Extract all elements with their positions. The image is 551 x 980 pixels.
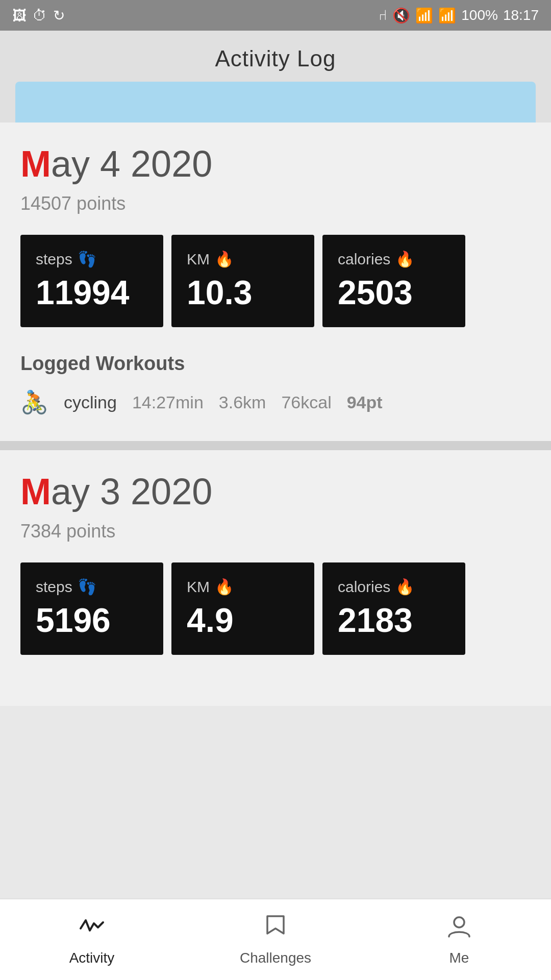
workout-kcal: 76kcal	[281, 393, 331, 412]
day1-km-label: KM 🔥	[187, 250, 299, 268]
nav-item-challenges[interactable]: Challenges	[184, 913, 367, 966]
day1-logged-workouts-title: Logged Workouts	[20, 353, 531, 375]
page-title: Activity Log	[0, 46, 551, 82]
day2-calories-label: calories 🔥	[338, 578, 450, 596]
day2-section: May 3 2020 7384 points steps 👣 5196 KM 🔥…	[0, 450, 551, 706]
day1-points: 14507 points	[20, 193, 531, 214]
day1-steps-value: 11994	[36, 273, 148, 312]
me-icon	[446, 913, 472, 946]
steps-icon: 👣	[78, 250, 96, 268]
day2-steps-text: steps	[36, 578, 72, 596]
day2-steps-icon: 👣	[78, 578, 96, 596]
day2-title: May 3 2020	[20, 471, 531, 512]
mute-icon: 🔇	[392, 7, 410, 24]
steps-text: steps	[36, 251, 72, 268]
refresh-icon: ↻	[53, 7, 65, 24]
day1-km-card[interactable]: KM 🔥 10.3	[171, 235, 314, 327]
day1-steps-card[interactable]: steps 👣 11994	[20, 235, 163, 327]
nav-label-challenges: Challenges	[240, 950, 311, 966]
day2-steps-card[interactable]: steps 👣 5196	[20, 562, 163, 655]
day2-first-letter: M	[20, 471, 51, 512]
calories-icon: 🔥	[395, 250, 414, 268]
day1-workout-row[interactable]: 🚴 cycling 14:27min 3.6km 76kcal 94pt	[20, 389, 531, 415]
battery-text: 100%	[461, 7, 498, 23]
header-blue-bar	[15, 82, 536, 122]
day2-date-rest: ay 3 2020	[51, 471, 212, 512]
day1-km-value: 10.3	[187, 273, 299, 312]
day2-calories-card[interactable]: calories 🔥 2183	[322, 562, 465, 655]
status-bar: 🖼 ⏱ ↻ ⑁ 🔇 📶 📶 100% 18:17	[0, 0, 551, 31]
app-header: Activity Log	[0, 31, 551, 122]
day1-calories-value: 2503	[338, 273, 450, 312]
challenges-icon	[262, 913, 289, 946]
day2-km-card[interactable]: KM 🔥 4.9	[171, 562, 314, 655]
image-icon: 🖼	[12, 7, 27, 24]
calories-text: calories	[338, 251, 390, 268]
bluetooth-icon: ⑁	[379, 7, 387, 23]
status-right-icons: ⑁ 🔇 📶 📶 100% 18:17	[379, 7, 539, 24]
day1-calories-card[interactable]: calories 🔥 2503	[322, 235, 465, 327]
day2-calories-icon: 🔥	[395, 578, 414, 596]
day2-steps-value: 5196	[36, 601, 148, 640]
day1-section: May 4 2020 14507 points steps 👣 11994 KM…	[0, 122, 551, 441]
workout-points: 94pt	[347, 393, 383, 412]
workout-distance: 3.6km	[219, 393, 266, 412]
day1-stats-row: steps 👣 11994 KM 🔥 10.3 calories 🔥 2503	[20, 235, 531, 327]
day2-calories-value: 2183	[338, 601, 450, 640]
workout-name: cycling	[64, 393, 117, 412]
day2-km-value: 4.9	[187, 601, 299, 640]
km-icon: 🔥	[215, 250, 234, 268]
nav-item-activity[interactable]: Activity	[0, 913, 184, 966]
day2-km-label: KM 🔥	[187, 578, 299, 596]
km-text: KM	[187, 251, 210, 268]
workout-duration: 14:27min	[132, 393, 204, 412]
day2-points: 7384 points	[20, 521, 531, 542]
wifi-icon: 📶	[415, 7, 433, 24]
day1-date-rest: ay 4 2020	[51, 143, 212, 184]
timer-icon: ⏱	[33, 7, 47, 24]
day1-calories-label: calories 🔥	[338, 250, 450, 268]
day2-stats-row: steps 👣 5196 KM 🔥 4.9 calories 🔥 2183	[20, 562, 531, 655]
section-divider	[0, 441, 551, 450]
day2-steps-label: steps 👣	[36, 578, 148, 596]
day2-km-text: KM	[187, 578, 210, 596]
nav-item-me[interactable]: Me	[367, 913, 551, 966]
time-display: 18:17	[503, 7, 539, 23]
day1-title: May 4 2020	[20, 143, 531, 185]
svg-point-0	[454, 917, 464, 927]
activity-icon	[79, 913, 105, 946]
day2-calories-text: calories	[338, 578, 390, 596]
cycling-icon: 🚴	[20, 389, 48, 415]
status-left-icons: 🖼 ⏱ ↻	[12, 7, 65, 24]
day1-first-letter: M	[20, 143, 51, 184]
signal-icon: 📶	[438, 7, 456, 24]
day1-steps-label: steps 👣	[36, 250, 148, 268]
bottom-nav: Activity Challenges Me	[0, 898, 551, 980]
nav-label-me: Me	[449, 950, 469, 966]
nav-label-activity: Activity	[69, 950, 115, 966]
day2-km-icon: 🔥	[215, 578, 234, 596]
